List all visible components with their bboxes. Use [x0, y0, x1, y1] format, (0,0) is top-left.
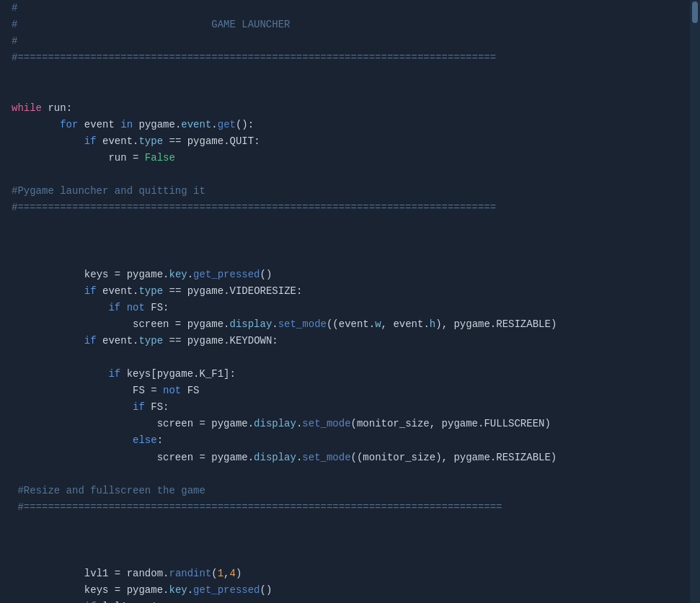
code-line	[0, 166, 690, 183]
code-line: run = False	[0, 150, 690, 166]
code-line: if event.type == pygame.VIDEORESIZE:	[0, 283, 690, 300]
code-line: lvl1 = random.randint(1,4)	[0, 566, 690, 582]
code-line: if FS:	[0, 399, 690, 416]
code-line: if not FS:	[0, 300, 690, 316]
code-line	[0, 66, 690, 83]
code-line	[0, 516, 690, 532]
code-area[interactable]: # # GAME LAUNCHER # #===================…	[0, 0, 690, 603]
code-line	[0, 466, 690, 483]
code-line	[0, 249, 690, 266]
code-line	[0, 349, 690, 366]
scrollbar[interactable]	[690, 0, 700, 603]
code-line: keys = pygame.key.get_pressed()	[0, 267, 690, 283]
code-line: screen = pygame.display.set_mode((monito…	[0, 450, 690, 466]
code-line: if keys[pygame.K_F1]:	[0, 366, 690, 383]
code-line	[0, 532, 690, 549]
code-line: #	[0, 0, 690, 17]
editor-container: # # GAME LAUNCHER # #===================…	[0, 0, 700, 603]
scrollbar-thumb[interactable]	[692, 1, 698, 23]
code-line: screen = pygame.display.set_mode(monitor…	[0, 416, 690, 432]
code-line: #Resize and fullscreen the game	[0, 483, 690, 499]
code-line	[0, 83, 690, 99]
code-line: for event in pygame.event.get():	[0, 117, 690, 133]
code-line: #=======================================…	[0, 200, 690, 216]
code-line: else:	[0, 432, 690, 449]
code-line: while run:	[0, 100, 690, 117]
code-line: #=======================================…	[0, 499, 690, 516]
code-line: if event.type == pygame.QUIT:	[0, 133, 690, 150]
code-line	[0, 549, 690, 566]
code-line: # GAME LAUNCHER	[0, 17, 690, 33]
code-line: #=======================================…	[0, 50, 690, 66]
code-line	[0, 233, 690, 249]
code-line	[0, 216, 690, 233]
code-line: if lvl1 == 1:	[0, 599, 690, 603]
code-line: #Pygame launcher and quitting it	[0, 183, 690, 200]
code-line: #	[0, 33, 690, 50]
code-line: FS = not FS	[0, 383, 690, 399]
code-line: keys = pygame.key.get_pressed()	[0, 582, 690, 599]
code-line: screen = pygame.display.set_mode((event.…	[0, 316, 690, 333]
code-line: if event.type == pygame.KEYDOWN:	[0, 333, 690, 349]
